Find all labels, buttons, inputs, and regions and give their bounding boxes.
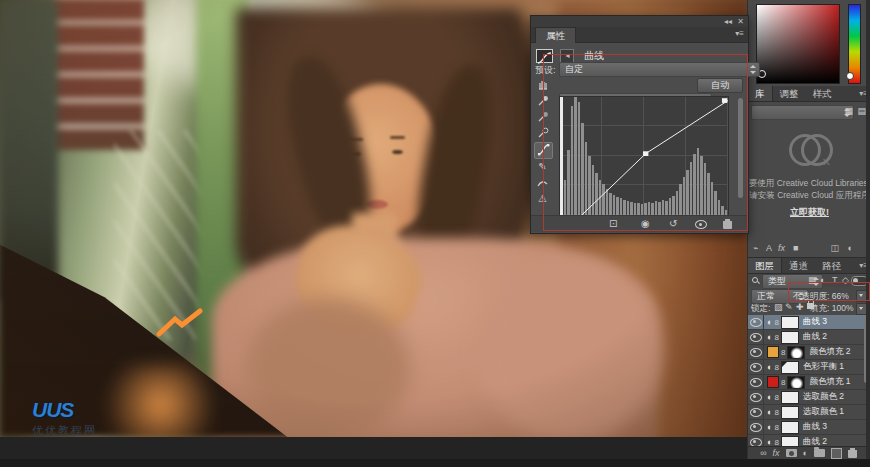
layer-mask-thumb[interactable] (781, 361, 799, 374)
tone-curve[interactable] (560, 97, 728, 215)
layer-name[interactable]: 选取颜色 2 (803, 391, 844, 403)
layer-visibility-eye-icon[interactable] (748, 330, 764, 344)
lock-pixels-icon[interactable]: ✎ (785, 302, 793, 312)
sync-icon[interactable]: ◫ (830, 243, 839, 253)
gray-point-eyedropper-icon[interactable] (534, 110, 551, 125)
layer-row[interactable]: ◐ 8 选取颜色 2 (748, 390, 870, 405)
layer-mask-thumb[interactable] (781, 331, 799, 344)
clip-to-layer-icon[interactable]: ◂ (560, 49, 574, 63)
layer-name[interactable]: 选取颜色 1 (803, 406, 844, 418)
layer-mask-thumb[interactable] (781, 406, 799, 419)
layer-name[interactable]: 曲线 2 (803, 436, 827, 446)
histogram-warning-icon[interactable]: ⚠ (534, 192, 551, 207)
panel-menu-icon[interactable]: ▾≡ (735, 29, 744, 38)
filter-pixel-icon[interactable]: ▦ (808, 275, 817, 285)
white-point-eyedropper-icon[interactable] (534, 126, 551, 141)
add-color-icon[interactable]: ■ (793, 243, 798, 253)
list-view-icon[interactable]: ▤ (857, 106, 866, 116)
layer-name[interactable]: 曲线 2 (803, 331, 827, 343)
layer-visibility-eye-icon[interactable] (748, 345, 764, 359)
add-layer-style-icon[interactable]: fx (778, 243, 785, 253)
new-adjustment-icon[interactable]: ◐ (803, 448, 808, 458)
layer-row[interactable]: ◐ 8 色彩平衡 1 (748, 360, 870, 375)
layer-visibility-eye-icon[interactable] (748, 405, 764, 419)
auto-button[interactable]: 自动 (697, 78, 743, 93)
layer-row[interactable]: 8 颜色填充 1 (748, 375, 870, 390)
layer-row[interactable]: ◐ 8 曲线 2 (748, 330, 870, 345)
add-graphic-icon[interactable]: ⌁ (753, 243, 758, 253)
layer-mask-thumb[interactable] (781, 316, 799, 329)
smooth-curve-icon[interactable] (534, 176, 551, 191)
layer-visibility-eye-icon[interactable] (748, 420, 764, 434)
mask-link-icon[interactable]: 8 (781, 378, 785, 387)
tab-styles[interactable]: 样式 (806, 86, 839, 101)
clip-to-layer-button-icon[interactable]: ⊡ (609, 218, 617, 230)
layer-row[interactable]: ◐ 8 曲线 3 (748, 420, 870, 435)
tab-libraries[interactable]: 库 (748, 86, 773, 101)
curves-histogram[interactable] (559, 96, 729, 216)
new-layer-icon[interactable] (831, 448, 842, 459)
grid-view-icon[interactable]: ▦ (844, 106, 853, 116)
layer-visibility-eye-icon[interactable] (748, 375, 764, 389)
layer-visibility-eye-icon[interactable] (748, 435, 764, 446)
mask-link-icon[interactable]: 8 (781, 348, 785, 357)
lock-transparency-icon[interactable]: ▨ (774, 302, 783, 312)
layer-visibility-eye-icon[interactable] (748, 315, 764, 329)
tab-paths[interactable]: 路径 (815, 258, 848, 273)
fill-color-thumb[interactable] (767, 346, 779, 358)
layer-style-icon[interactable]: fx (773, 448, 780, 458)
tab-layers[interactable]: 图层 (748, 258, 782, 273)
delete-adjustment-icon[interactable] (723, 219, 732, 232)
panel-titlebar[interactable]: ◂◂ ✕ (531, 16, 748, 27)
layer-visibility-eye-icon[interactable] (748, 390, 764, 404)
layer-row[interactable]: ◐ 8 曲线 3 (748, 315, 870, 330)
layer-mask-thumb[interactable] (787, 346, 805, 359)
tab-channels[interactable]: 通道 (782, 258, 815, 273)
lock-position-icon[interactable]: ✚ (796, 302, 804, 312)
fill-value[interactable]: 100% (832, 303, 854, 313)
palette-icon[interactable]: ◐ (848, 243, 853, 253)
filter-adjustment-icon[interactable]: ◐ (820, 275, 825, 285)
layer-mask-thumb[interactable] (787, 376, 805, 389)
panel-scrollbar[interactable] (738, 98, 743, 198)
mask-link-icon[interactable]: 8 (774, 393, 778, 402)
layer-row[interactable]: ◐ 8 选取颜色 1 (748, 405, 870, 420)
layer-name[interactable]: 色彩平衡 1 (803, 361, 844, 373)
mask-link-icon[interactable]: 8 (774, 408, 778, 417)
color-field[interactable] (756, 4, 840, 84)
tab-properties[interactable]: 属性 (535, 27, 576, 43)
add-character-style-icon[interactable]: A (766, 243, 772, 253)
black-point-eyedropper-icon[interactable] (534, 94, 551, 109)
layer-row[interactable]: ◐ 8 曲线 2 (748, 435, 870, 446)
close-icon[interactable]: ✕ (737, 16, 744, 27)
hue-marker-icon[interactable] (846, 72, 854, 80)
preset-select[interactable]: 自定 (559, 62, 760, 77)
visibility-eye-icon[interactable] (695, 220, 707, 232)
filter-type-icon[interactable]: T (832, 275, 838, 285)
layer-mask-thumb[interactable] (781, 421, 799, 434)
new-group-icon[interactable] (814, 449, 825, 457)
get-it-now-link[interactable]: 立即获取! (748, 206, 870, 219)
tab-adjustments[interactable]: 调整 (773, 86, 806, 101)
layer-name[interactable]: 颜色填充 1 (809, 376, 850, 388)
fill-color-thumb[interactable] (767, 376, 779, 388)
library-select[interactable] (751, 105, 854, 120)
layer-mask-thumb[interactable] (781, 391, 799, 404)
delete-layer-icon[interactable] (848, 448, 857, 458)
targeted-adjustment-icon[interactable] (534, 78, 551, 93)
layer-row[interactable]: 8 颜色填充 2 (748, 345, 870, 360)
mask-link-icon[interactable]: 8 (774, 333, 778, 342)
layer-name[interactable]: 曲线 3 (803, 421, 827, 433)
layer-name[interactable]: 颜色填充 2 (809, 346, 850, 358)
mask-link-icon[interactable]: 8 (774, 318, 778, 327)
layer-mask-thumb[interactable] (781, 436, 799, 447)
mask-link-icon[interactable]: 8 (774, 438, 778, 447)
link-layers-icon[interactable]: ∞ (760, 448, 766, 458)
reset-icon[interactable]: ↺ (669, 218, 677, 230)
opacity-value[interactable]: 66% (832, 291, 849, 301)
edit-points-icon[interactable] (534, 142, 553, 159)
layer-visibility-eye-icon[interactable] (748, 360, 764, 374)
collapse-icon[interactable]: ◂◂ (724, 16, 732, 27)
filter-shape-icon[interactable]: ◇ (842, 275, 849, 285)
layer-name[interactable]: 曲线 3 (803, 316, 827, 328)
